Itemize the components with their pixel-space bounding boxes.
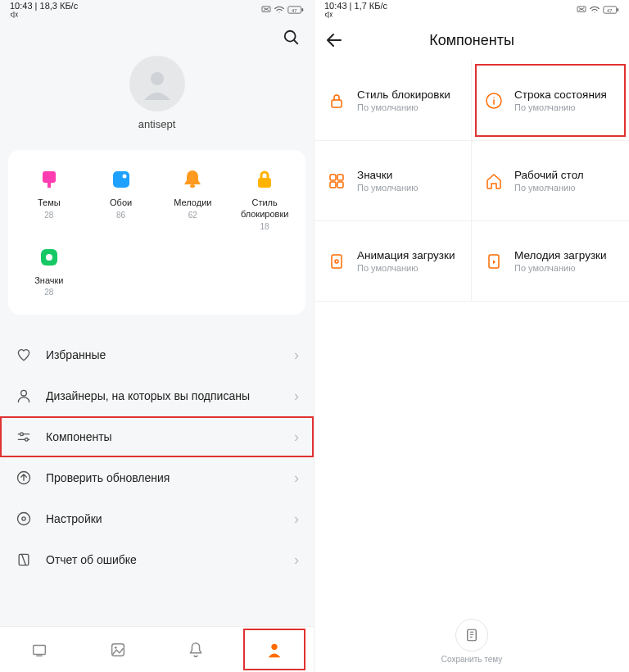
svg-rect-8 xyxy=(113,171,129,188)
sliders-icon xyxy=(15,429,33,445)
component-title: Рабочий стол xyxy=(514,169,584,181)
components-topbar: Компоненты xyxy=(314,20,629,61)
save-theme-label: Сохранить тему xyxy=(441,655,503,664)
svg-rect-31 xyxy=(330,175,336,180)
save-theme-button[interactable] xyxy=(455,619,488,652)
net-speed: 1,7 КБ/с xyxy=(355,1,388,11)
chevron-right-icon: › xyxy=(294,552,299,569)
upload-icon xyxy=(15,470,33,486)
component-text: Мелодия загрузки По умолчанию xyxy=(514,249,607,273)
component-boot-sound[interactable]: Мелодия загрузки По умолчанию xyxy=(472,221,629,302)
menu-label: Отчет об ошибке xyxy=(46,553,294,566)
component-subtitle: По умолчанию xyxy=(514,102,607,112)
component-subtitle: По умолчанию xyxy=(357,263,455,273)
profile-block[interactable]: antisept xyxy=(0,56,314,145)
screen-profile: 10:43 | 18,3 КБ/с 47 antisept Темы 28 Об… xyxy=(0,0,314,672)
menu-label: Избранные xyxy=(46,348,294,361)
chevron-right-icon: › xyxy=(294,511,299,528)
status-right: 47 xyxy=(577,6,619,14)
status-right: 47 xyxy=(261,6,304,14)
tile-count: 28 xyxy=(13,288,85,297)
info-icon xyxy=(483,90,505,111)
tile-wallpapers[interactable]: Обои 86 xyxy=(85,163,157,241)
tile-label: Мелодии xyxy=(157,198,229,209)
mute-icon xyxy=(10,11,78,19)
menu-label: Дизайнеры, на которых вы подписаны xyxy=(46,389,294,402)
components-grid: Стиль блокировки По умолчанию Строка сос… xyxy=(314,61,629,302)
screen-components: 10:43 | 1,7 КБ/с 47 Компоненты Стиль бло… xyxy=(314,0,629,672)
tile-count: 28 xyxy=(13,211,85,220)
menu-sliders[interactable]: Компоненты › xyxy=(0,416,314,457)
tile-themes[interactable]: Темы 28 xyxy=(13,163,85,241)
chevron-right-icon: › xyxy=(294,347,299,364)
svg-rect-34 xyxy=(337,182,343,188)
cell-icon xyxy=(577,6,586,14)
svg-rect-38 xyxy=(468,629,477,641)
tile-lockstyle[interactable]: Стиль блокировки 18 xyxy=(229,163,301,241)
search-icon[interactable] xyxy=(283,29,301,47)
tile-label: Стиль блокировки xyxy=(229,198,301,220)
svg-point-16 xyxy=(25,438,29,442)
svg-rect-11 xyxy=(258,178,271,188)
ringtones-icon xyxy=(179,166,206,193)
menu-gear[interactable]: Настройки › xyxy=(0,498,314,539)
net-speed: 18,3 КБ/с xyxy=(40,1,79,11)
component-text: Рабочий стол По умолчанию xyxy=(514,169,584,193)
nav-home[interactable] xyxy=(0,627,79,672)
svg-rect-21 xyxy=(34,645,46,654)
menu-label: Компоненты xyxy=(46,430,294,443)
component-subtitle: По умолчанию xyxy=(514,263,607,273)
component-lock[interactable]: Стиль блокировки По умолчанию xyxy=(314,61,472,141)
bottom-nav xyxy=(0,626,314,672)
tile-label: Темы xyxy=(13,198,85,209)
component-grid[interactable]: Значки По умолчанию xyxy=(314,141,472,221)
menu-person[interactable]: Дизайнеры, на которых вы подписаны › xyxy=(0,375,314,416)
home-icon xyxy=(483,170,505,192)
svg-point-23 xyxy=(115,646,117,648)
component-home[interactable]: Рабочий стол По умолчанию xyxy=(472,141,629,221)
wifi-icon xyxy=(590,6,600,14)
tile-label: Значки xyxy=(13,275,85,287)
username: antisept xyxy=(138,118,176,130)
nav-profile[interactable] xyxy=(235,627,314,672)
nav-wallpapers[interactable] xyxy=(79,627,157,672)
status-bar: 10:43 | 18,3 КБ/с 47 xyxy=(0,0,314,20)
status-bar: 10:43 | 1,7 КБ/с 47 xyxy=(314,0,629,20)
tile-ringtones[interactable]: Мелодии 62 xyxy=(157,163,229,241)
my-resources-card: Темы 28 Обои 86 Мелодии 62 Стиль блокиро… xyxy=(8,150,305,315)
svg-point-15 xyxy=(20,433,24,436)
component-info[interactable]: Строка состояния По умолчанию xyxy=(472,61,629,141)
save-theme-block: Сохранить тему xyxy=(314,619,629,664)
icons-icon xyxy=(36,244,62,270)
svg-point-13 xyxy=(46,254,52,261)
status-left: 10:43 | 18,3 КБ/с xyxy=(10,1,78,19)
wifi-icon xyxy=(274,6,284,14)
menu-heart[interactable]: Избранные › xyxy=(0,334,314,375)
svg-point-18 xyxy=(18,513,30,525)
nav-ringtones[interactable] xyxy=(157,627,236,672)
person-icon xyxy=(15,388,33,404)
boot-sound-icon xyxy=(483,251,505,272)
tile-icons[interactable]: Значки 28 xyxy=(13,241,85,307)
clock: 10:43 xyxy=(324,1,347,11)
back-icon[interactable] xyxy=(324,30,344,50)
clock: 10:43 xyxy=(10,1,33,11)
component-text: Стиль блокировки По умолчанию xyxy=(357,89,450,112)
component-subtitle: По умолчанию xyxy=(357,183,418,193)
svg-text:47: 47 xyxy=(292,8,296,13)
profile-topbar xyxy=(0,20,314,56)
tile-label: Обои xyxy=(85,198,157,209)
menu-upload[interactable]: Проверить обновления › xyxy=(0,457,314,498)
tile-count: 86 xyxy=(85,211,157,220)
svg-point-9 xyxy=(122,175,126,179)
menu-report[interactable]: Отчет об ошибке › xyxy=(0,539,314,580)
component-text: Строка состояния По умолчанию xyxy=(514,89,607,112)
chevron-right-icon: › xyxy=(294,470,299,487)
menu-label: Проверить обновления xyxy=(46,471,294,484)
svg-rect-7 xyxy=(48,183,51,188)
report-icon xyxy=(15,552,33,568)
svg-rect-32 xyxy=(337,175,343,180)
svg-point-14 xyxy=(21,391,27,397)
component-boot-anim[interactable]: Анимация загрузки По умолчанию xyxy=(314,221,472,302)
component-title: Анимация загрузки xyxy=(357,249,455,261)
